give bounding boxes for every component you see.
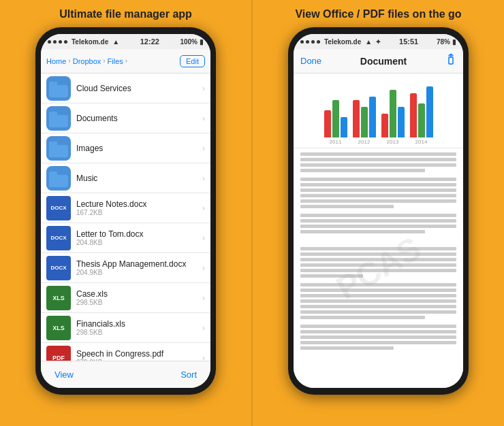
bar-blue — [398, 107, 405, 137]
file-name: Images — [76, 144, 202, 153]
battery-icon: ▮ — [200, 38, 204, 46]
file-name: Lecture Notes.docx — [76, 199, 202, 209]
file-size: 298.5KB — [76, 299, 202, 306]
text-line — [300, 316, 425, 319]
file-name: Financials.xls — [76, 319, 202, 329]
file-size: 204.8KB — [76, 239, 202, 246]
text-line — [300, 163, 456, 167]
xls-icon: XLS — [46, 286, 71, 310]
text-line — [300, 310, 456, 314]
pdf-paragraph — [300, 178, 456, 208]
chart-group-2011: 2011 — [324, 100, 347, 145]
wifi-icon-r: ▲ — [365, 38, 372, 46]
status-left-r: Telekom.de ▲ ✦ — [300, 38, 381, 46]
pdf-icon: PDF — [46, 346, 71, 361]
text-line — [300, 346, 394, 350]
file-size: 204.9KB — [76, 269, 202, 276]
right-phone-screen: Telekom.de ▲ ✦ 15:51 78% ▮ Done Document — [294, 34, 463, 388]
file-name: Letter to Tom.docx — [76, 229, 202, 239]
text-line — [300, 269, 456, 272]
nav-chevron-3: › — [125, 57, 127, 65]
text-line — [300, 205, 394, 208]
list-item[interactable]: DOCX Thesis App Management.docx 204.9KB … — [41, 253, 210, 283]
bar-green — [390, 90, 396, 137]
list-item[interactable]: Cloud Services › — [41, 73, 210, 103]
pdf-paragraph — [300, 247, 456, 278]
text-line — [300, 214, 456, 217]
time-display-r: 15:51 — [399, 37, 418, 46]
chevron-icon: › — [202, 323, 205, 333]
right-panel-title: View Office / PDF files on the go — [281, 8, 475, 20]
chart-area: 2011 2012 2013 — [294, 73, 463, 148]
battery-label-r: 78% — [437, 38, 450, 46]
left-panel-title: Ultimate file manager app — [46, 8, 206, 20]
file-info: Lecture Notes.docx 167.2KB — [76, 199, 202, 216]
nav-dropbox[interactable]: Dropbox — [73, 57, 101, 65]
text-line — [300, 199, 456, 203]
list-item[interactable]: DOCX Lecture Notes.docx 167.2KB › — [41, 193, 210, 223]
pdf-paragraph — [300, 325, 456, 350]
file-size: 298.5KB — [76, 329, 202, 336]
pdf-nav-bar: Done Document — [294, 49, 463, 73]
left-status-bar: Telekom.de ▲ 12:22 100% ▮ — [41, 34, 210, 49]
chart-bars — [353, 97, 376, 137]
wifi-icon: ▲ — [112, 38, 119, 46]
status-right: 100% ▮ — [180, 38, 204, 46]
list-item[interactable]: XLS Financials.xls 298.5KB › — [41, 313, 210, 343]
bar-blue — [369, 97, 376, 137]
sort-button[interactable]: Sort — [180, 370, 197, 380]
file-info: Thesis App Management.docx 204.9KB — [76, 259, 202, 276]
text-line — [300, 178, 456, 181]
pdf-text-area: PCAS — [294, 148, 463, 388]
nav-files[interactable]: Files — [108, 57, 123, 65]
text-line — [300, 252, 456, 256]
chevron-icon: › — [202, 353, 205, 361]
pdf-paragraph — [300, 152, 456, 172]
bar-red — [410, 93, 417, 137]
file-info: Case.xls 298.5KB — [76, 289, 202, 306]
chart-label: 2014 — [415, 139, 428, 145]
text-line — [300, 341, 456, 344]
file-info: Letter to Tom.docx 204.8KB — [76, 229, 202, 246]
file-size: 167.2KB — [76, 209, 202, 216]
list-item[interactable]: XLS Case.xls 298.5KB › — [41, 283, 210, 313]
nav-chevron-1: › — [68, 57, 70, 65]
chart-bars — [324, 100, 347, 137]
bar-green — [361, 107, 368, 137]
list-item[interactable]: DOCX Letter to Tom.docx 204.8KB › — [41, 223, 210, 253]
text-line — [300, 189, 456, 192]
text-line — [300, 183, 456, 186]
right-panel: View Office / PDF files on the go Teleko… — [253, 0, 504, 426]
file-info: Speech in Congress.pdf 670.2KB — [76, 349, 202, 361]
battery-label: 100% — [180, 38, 198, 46]
list-item[interactable]: Music › — [41, 163, 210, 193]
svg-rect-0 — [449, 57, 453, 64]
document-title: Document — [360, 56, 407, 67]
time-display: 12:22 — [140, 37, 159, 46]
text-line — [300, 219, 456, 223]
view-button[interactable]: View — [54, 370, 74, 380]
edit-button[interactable]: Edit — [180, 55, 205, 67]
chevron-icon: › — [202, 84, 205, 93]
right-status-bar: Telekom.de ▲ ✦ 15:51 78% ▮ — [294, 34, 463, 49]
chart-group-2012: 2012 — [353, 97, 376, 145]
text-line — [300, 225, 456, 228]
list-item[interactable]: Documents › — [41, 103, 210, 133]
pdf-paragraph — [300, 214, 456, 233]
file-list: Cloud Services › Documents › Image — [41, 73, 210, 361]
text-line — [300, 294, 456, 297]
chart-label: 2012 — [358, 139, 371, 145]
carrier-label: Telekom.de — [72, 38, 108, 46]
list-item[interactable]: Images › — [41, 133, 210, 163]
docx-icon: DOCX — [46, 196, 71, 220]
docx-icon: DOCX — [46, 256, 71, 280]
file-info: Images — [76, 144, 202, 153]
text-line — [300, 247, 456, 250]
pdf-paragraph — [300, 283, 456, 319]
done-button[interactable]: Done — [300, 56, 321, 66]
list-item[interactable]: PDF Speech in Congress.pdf 670.2KB › — [41, 343, 210, 361]
xls-icon: XLS — [46, 316, 71, 340]
bar-blue — [341, 117, 347, 137]
nav-home[interactable]: Home — [46, 57, 66, 65]
share-icon[interactable] — [445, 54, 456, 69]
